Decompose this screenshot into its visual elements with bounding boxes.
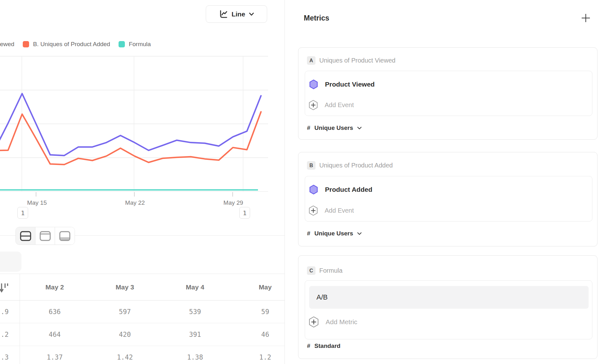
chart-legend: ewedB. Uniques of Product AddedFormula (0, 40, 151, 48)
add-metric-row[interactable]: Add Metric (309, 316, 357, 328)
chevron-down-icon (357, 232, 362, 235)
metric-card-b: B Uniques of Product Added Product Added… (298, 152, 597, 246)
table-cell: 1.2 (230, 346, 285, 364)
plus-icon (581, 13, 591, 23)
table-cell: 391 (160, 323, 230, 346)
top-panel-icon (40, 231, 51, 241)
table-row: .31.371.421.381.2 (0, 346, 285, 364)
x-axis-label: May 22 (113, 199, 157, 206)
layout-toggle-group (15, 227, 75, 245)
table-cell: 636 (20, 300, 90, 323)
x-axis-label: May 15 (15, 199, 59, 206)
frozen-header-cell (0, 274, 20, 300)
chevron-down-icon (357, 127, 362, 130)
event-box: Product Added Add Event (305, 176, 592, 221)
series-line-b[interactable] (0, 112, 261, 165)
measure-dropdown[interactable]: # Unique Users (307, 124, 362, 132)
column-header[interactable]: May 3 (90, 274, 160, 300)
card-header: C Formula (307, 266, 342, 275)
event-box: Product Viewed Add Event (305, 71, 592, 116)
layout-top-panel-button[interactable] (35, 227, 55, 245)
table-cell: 46 (230, 323, 285, 346)
legend-label: B. Uniques of Product Added (33, 41, 110, 48)
measure-dropdown[interactable]: # Unique Users (307, 229, 362, 238)
measure-label: Unique Users (315, 124, 353, 131)
legend-label: Formula (129, 41, 151, 48)
table-body: .963659753959.246442039146.31.371.421.38… (0, 300, 285, 364)
legend-item[interactable]: Formula (119, 41, 151, 48)
measure-dropdown[interactable]: # Standard (307, 342, 340, 350)
card-header: B Uniques of Product Added (307, 161, 393, 170)
event-row[interactable]: Product Viewed (309, 79, 375, 90)
metric-card-title: Uniques of Product Added (319, 162, 393, 169)
measure-label: Standard (315, 343, 340, 349)
table-segment-pill[interactable] (0, 252, 21, 272)
data-table: May 2May 3May 4May .963659753959.2464420… (0, 274, 285, 364)
legend-label: ewed (0, 41, 14, 48)
report-main-area: Line ewedB. Uniques of Product AddedForm… (0, 0, 285, 364)
metric-letter-badge: B (307, 161, 315, 170)
add-metric-label: Add Metric (326, 318, 357, 326)
table-cell: 539 (160, 300, 230, 323)
table-cell: 464 (20, 323, 90, 346)
legend-item[interactable]: B. Uniques of Product Added (23, 41, 110, 48)
chart-type-selector[interactable]: Line (206, 5, 267, 23)
metrics-panel-title: Metrics (304, 14, 329, 22)
add-event-row[interactable]: Add Event (309, 99, 354, 111)
metric-card-a: A Uniques of Product Viewed Product View… (298, 47, 597, 140)
add-event-row[interactable]: Add Event (309, 205, 354, 216)
frozen-column-divider (20, 274, 20, 364)
formula-input[interactable]: A/B (309, 286, 589, 309)
legend-item[interactable]: ewed (0, 41, 14, 48)
metric-card-title: Uniques of Product Viewed (319, 57, 395, 64)
event-name: Product Viewed (325, 81, 375, 88)
frozen-cell: .3 (0, 346, 20, 364)
column-header[interactable]: May 2 (20, 274, 90, 300)
event-row[interactable]: Product Added (309, 184, 372, 195)
add-metric-hexagon-plus-icon (309, 316, 319, 328)
chart-series (0, 94, 261, 190)
annotation-badge[interactable]: 1 (17, 207, 28, 219)
layout-split-horizontal-button[interactable] (16, 227, 35, 245)
chart-svg[interactable] (0, 54, 285, 199)
header-cells: May 2May 3May 4May (20, 274, 285, 300)
table-row: .963659753959 (0, 300, 285, 323)
table-cell: 597 (90, 300, 160, 323)
line-chart[interactable] (0, 54, 285, 199)
add-event-hexagon-plus-icon (309, 205, 318, 216)
x-axis-label: May 29 (211, 199, 255, 206)
layout-bottom-panel-button[interactable] (55, 227, 75, 245)
hash-icon: # (307, 343, 310, 349)
column-header[interactable]: May (230, 274, 285, 300)
sort-descending-icon[interactable] (0, 282, 9, 295)
event-hexagon-icon (309, 79, 318, 89)
add-event-label: Add Event (325, 207, 354, 214)
event-name: Product Added (325, 186, 372, 193)
legend-swatch (119, 41, 125, 47)
annotation-badge[interactable]: 1 (239, 207, 250, 219)
x-axis-ticks (36, 192, 233, 197)
bottom-panel-icon (59, 231, 70, 241)
metric-letter-badge: C (307, 266, 315, 275)
add-event-label: Add Event (325, 101, 354, 109)
measure-label: Unique Users (315, 230, 353, 237)
add-metric-plus-button[interactable] (580, 13, 591, 23)
series-line-a[interactable] (0, 94, 261, 155)
hash-icon: # (307, 124, 310, 131)
table-cell: 1.42 (90, 346, 160, 364)
formula-box: A/B Add Metric (305, 280, 592, 339)
metric-card-c: C Formula A/B Add Metric # Standard (298, 255, 597, 359)
chevron-down-icon (249, 13, 254, 16)
card-header: A Uniques of Product Viewed (307, 56, 395, 65)
line-chart-icon (219, 10, 228, 18)
table-cell: 59 (230, 300, 285, 323)
add-event-hexagon-plus-icon (309, 100, 318, 110)
hash-icon: # (307, 230, 310, 237)
event-hexagon-icon (309, 185, 318, 195)
table-cell: 1.38 (160, 346, 230, 364)
metric-letter-badge: A (307, 56, 315, 65)
table-cell: 1.37 (20, 346, 90, 364)
table-header-row: May 2May 3May 4May (0, 274, 285, 300)
table-row: .246442039146 (0, 323, 285, 346)
column-header[interactable]: May 4 (160, 274, 230, 300)
